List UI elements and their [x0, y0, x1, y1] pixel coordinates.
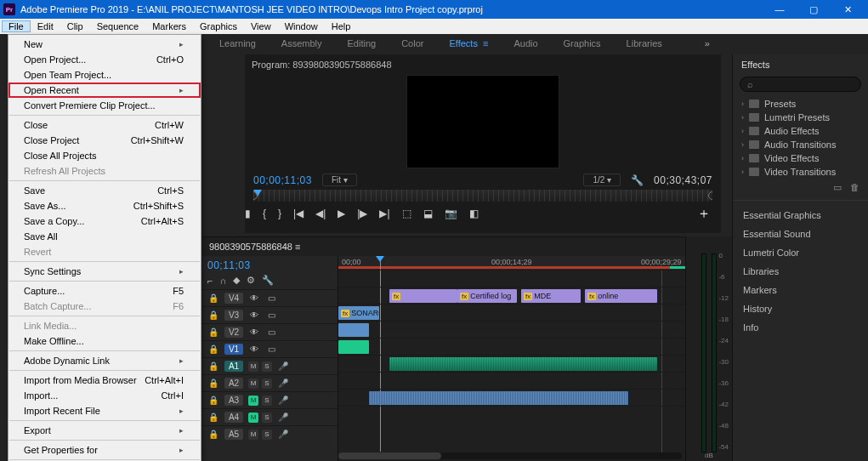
tab-info[interactable]: Info — [733, 318, 868, 337]
workspace-learning[interactable]: Learning — [219, 38, 256, 48]
workspace-audio[interactable]: Audio — [513, 38, 537, 48]
menu-help[interactable]: Help — [325, 20, 358, 32]
mark-in-button[interactable]: { — [263, 208, 266, 219]
lock-icon[interactable]: 🔒 — [207, 327, 219, 337]
file-import-recent[interactable]: Import Recent File▸ — [9, 403, 201, 418]
effects-folder-audio-fx[interactable]: ›Audio Effects — [736, 124, 865, 138]
sync-lock-icon[interactable]: ▭ — [265, 344, 277, 354]
voice-over-icon[interactable]: 🎤 — [277, 430, 289, 439]
step-back-button[interactable]: ◀| — [315, 208, 326, 219]
maximize-button[interactable]: ▢ — [797, 0, 831, 19]
file-close-all[interactable]: Close All Projects — [9, 148, 201, 163]
lock-icon[interactable]: 🔒 — [207, 293, 219, 303]
file-save[interactable]: SaveCtrl+S — [9, 183, 201, 198]
settings-icon[interactable]: ⚙ — [247, 275, 255, 286]
track-lane-a3[interactable] — [338, 372, 685, 389]
scrub-handle-left[interactable] — [253, 191, 258, 200]
program-monitor-viewport[interactable] — [406, 75, 559, 168]
zoom-fit-dropdown[interactable]: Fit ▾ — [322, 174, 357, 186]
mute-button[interactable]: M — [248, 361, 258, 372]
track-lane-a5[interactable] — [338, 406, 685, 423]
workspace-assembly[interactable]: Assembly — [281, 38, 322, 48]
effects-search-input[interactable]: ⌕ — [740, 77, 861, 92]
file-import[interactable]: Import...Ctrl+I — [9, 388, 201, 403]
voice-over-icon[interactable]: 🎤 — [277, 396, 289, 405]
menu-edit[interactable]: Edit — [31, 20, 60, 32]
lock-icon[interactable]: 🔒 — [207, 310, 219, 320]
playback-resolution-dropdown[interactable]: 1/2 ▾ — [583, 174, 621, 186]
lock-icon[interactable]: 🔒 — [207, 378, 219, 388]
mute-button[interactable]: M — [248, 413, 258, 423]
video-clip[interactable]: fxonline — [585, 289, 657, 303]
voice-over-icon[interactable]: 🎤 — [277, 413, 289, 422]
track-header-a2[interactable]: 🔒A2MS🎤 — [202, 374, 338, 391]
tab-essential-graphics[interactable]: Essential Graphics — [733, 206, 868, 225]
delete-icon[interactable]: 🗑 — [850, 182, 859, 193]
new-bin-icon[interactable]: ▭ — [833, 182, 842, 193]
file-convert-clip[interactable]: Convert Premiere Clip Project... — [9, 98, 201, 113]
effects-folder-video-trans[interactable]: ›Video Transitions — [736, 165, 865, 179]
workspace-overflow-button[interactable]: » — [705, 38, 710, 48]
workspace-editing[interactable]: Editing — [348, 38, 377, 48]
tab-lumetri-color[interactable]: Lumetri Color — [733, 243, 868, 262]
file-close[interactable]: CloseCtrl+W — [9, 117, 201, 133]
file-sync-settings[interactable]: Sync Settings▸ — [9, 264, 201, 279]
solo-button[interactable]: S — [262, 413, 272, 423]
track-lane-a4[interactable] — [338, 389, 685, 406]
mute-button[interactable]: M — [248, 396, 258, 406]
minimize-button[interactable]: — — [763, 0, 797, 19]
effects-panel-title[interactable]: Effects — [733, 54, 868, 75]
video-clip[interactable] — [338, 323, 369, 337]
file-open-recent[interactable]: Open Recent▸ — [9, 83, 201, 98]
track-header-a1[interactable]: 🔒A1MS🎤 — [202, 357, 338, 374]
workspace-libraries[interactable]: Libraries — [627, 38, 662, 48]
track-lane-v1[interactable] — [338, 321, 685, 338]
effects-folder-lumetri[interactable]: ›Lumetri Presets — [736, 111, 865, 124]
tab-essential-sound[interactable]: Essential Sound — [733, 225, 868, 243]
track-header-v4[interactable]: 🔒V4👁▭ — [202, 289, 338, 306]
effects-folder-video-fx[interactable]: ›Video Effects — [736, 151, 865, 165]
timeline-timecode[interactable]: 00;11;03 — [202, 256, 338, 273]
file-open-team-project[interactable]: Open Team Project... — [9, 67, 201, 83]
timeline-clip-area[interactable]: 00;00 00;00;14;29 00;00;29;29 fx fxCerti… — [338, 256, 685, 461]
voice-over-icon[interactable]: 🎤 — [277, 361, 289, 371]
lift-button[interactable]: ⬚ — [402, 208, 411, 219]
wrench-icon[interactable]: 🔧 — [262, 275, 274, 286]
track-lane-v4[interactable] — [338, 270, 685, 287]
track-header-a5[interactable]: 🔒A5MS🎤 — [202, 425, 338, 442]
audio-clip[interactable] — [369, 391, 628, 405]
sync-lock-icon[interactable]: ▭ — [265, 310, 277, 320]
toggle-output-icon[interactable]: 👁 — [248, 327, 260, 337]
file-export[interactable]: Export▸ — [9, 423, 201, 438]
track-header-a3[interactable]: 🔒A3MS🎤 — [202, 391, 338, 408]
mute-button[interactable]: M — [248, 430, 258, 440]
program-scrub-bar[interactable] — [253, 190, 712, 202]
track-lane-a1[interactable] — [338, 338, 685, 355]
workspace-effects[interactable]: Effects ≡ — [449, 38, 488, 48]
file-import-media-browser[interactable]: Import from Media BrowserCtrl+Alt+I — [9, 373, 201, 388]
settings-wrench-icon[interactable]: 🔧 — [631, 174, 644, 186]
close-window-button[interactable]: ✕ — [831, 0, 865, 19]
button-editor-plus-icon[interactable]: ＋ — [697, 205, 711, 223]
track-header-v1[interactable]: 🔒V1👁▭ — [202, 340, 338, 357]
lock-icon[interactable]: 🔒 — [207, 344, 219, 354]
sync-lock-icon[interactable]: ▭ — [265, 293, 277, 303]
comparison-view-button[interactable]: ◧ — [469, 208, 479, 219]
snap-toggle-icon[interactable]: ⌐ — [207, 276, 213, 286]
effects-folder-presets[interactable]: ›Presets — [736, 97, 865, 111]
solo-button[interactable]: S — [262, 378, 272, 389]
lock-icon[interactable]: 🔒 — [207, 430, 219, 439]
toggle-output-icon[interactable]: 👁 — [248, 293, 260, 303]
file-save-copy[interactable]: Save a Copy...Ctrl+Alt+S — [9, 213, 201, 229]
tab-libraries[interactable]: Libraries — [733, 262, 868, 281]
workspace-color[interactable]: Color — [401, 38, 423, 48]
step-forward-button[interactable]: |▶ — [357, 208, 367, 219]
play-button[interactable]: ▶ — [338, 208, 345, 219]
track-header-a4[interactable]: 🔒A4MS🎤 — [202, 408, 338, 425]
scrub-handle-right[interactable] — [708, 191, 712, 200]
go-to-out-button[interactable]: ▶| — [379, 208, 389, 219]
export-frame-button[interactable]: 📷 — [445, 208, 457, 219]
menu-graphics[interactable]: Graphics — [193, 20, 244, 32]
voice-over-icon[interactable]: 🎤 — [277, 378, 289, 388]
scrollbar-handle[interactable] — [338, 452, 441, 459]
